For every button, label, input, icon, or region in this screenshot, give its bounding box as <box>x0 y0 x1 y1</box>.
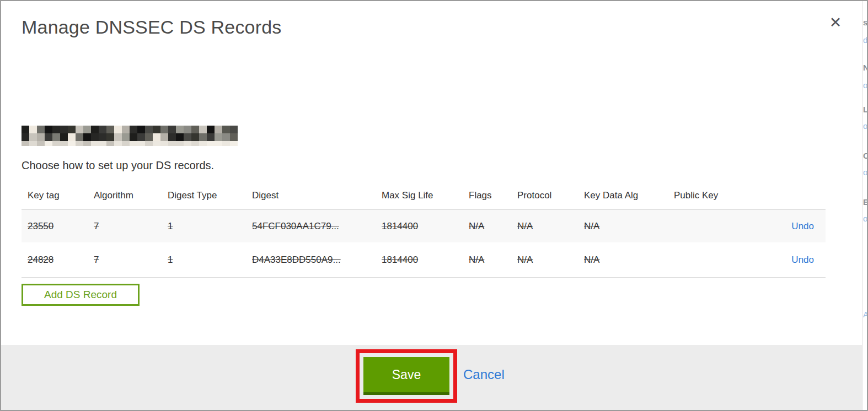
cell-key-tag: 24828 <box>28 255 53 265</box>
cell-protocol: N/A <box>517 255 533 265</box>
ds-records-table: Key tag Algorithm Digest Type Digest Max… <box>22 182 826 278</box>
save-highlight-annotation: Save <box>356 349 457 403</box>
table-header-row: Key tag Algorithm Digest Type Digest Max… <box>22 182 826 209</box>
cell-flags: N/A <box>469 255 484 265</box>
undo-link[interactable]: Undo <box>791 221 814 231</box>
column-header-max-sig-life: Max Sig Life <box>376 190 463 201</box>
column-header-digest: Digest <box>246 190 376 201</box>
column-header-public-key: Public Key <box>668 190 751 201</box>
cell-protocol: N/A <box>517 221 533 231</box>
column-header-digest-type: Digest Type <box>162 190 246 201</box>
cell-key-data-alg: N/A <box>584 221 599 231</box>
cancel-link[interactable]: Cancel <box>463 367 505 382</box>
cell-digest: 54FCF030AA1C79... <box>252 221 339 231</box>
close-icon[interactable]: ✕ <box>827 14 844 31</box>
column-header-algorithm: Algorithm <box>88 190 162 201</box>
cell-digest-type: 1 <box>168 221 173 231</box>
redacted-domain-name <box>22 126 238 146</box>
column-header-protocol: Protocol <box>511 190 578 201</box>
table-row: 24828 7 1 D4A33E8DD550A9... 1814400 N/A … <box>22 242 826 278</box>
page-title: Manage DNSSEC DS Records <box>22 17 282 38</box>
column-header-key-tag: Key tag <box>22 190 88 201</box>
add-ds-record-button[interactable]: Add DS Record <box>22 284 140 306</box>
modal-footer: Save Cancel <box>1 345 862 410</box>
subtitle-text: Choose how to set up your DS records. <box>22 159 214 172</box>
cell-max-sig-life: 1814400 <box>382 255 418 265</box>
background-page-strip: sdNoLoCoEoA <box>862 1 867 410</box>
cell-key-data-alg: N/A <box>584 255 599 265</box>
cell-max-sig-life: 1814400 <box>382 221 418 231</box>
save-button[interactable]: Save <box>363 357 449 395</box>
column-header-flags: Flags <box>463 190 511 201</box>
cell-digest: D4A33E8DD550A9... <box>252 255 341 265</box>
cell-digest-type: 1 <box>168 255 173 265</box>
column-header-key-data-alg: Key Data Alg <box>578 190 668 201</box>
cell-algorithm: 7 <box>94 221 99 231</box>
cell-key-tag: 23550 <box>28 221 53 231</box>
dnssec-modal: Manage DNSSEC DS Records ✕ Choose how to… <box>0 0 868 411</box>
undo-link[interactable]: Undo <box>791 255 814 265</box>
table-row: 23550 7 1 54FCF030AA1C79... 1814400 N/A … <box>22 209 826 242</box>
cell-algorithm: 7 <box>94 255 99 265</box>
cell-flags: N/A <box>469 221 484 231</box>
